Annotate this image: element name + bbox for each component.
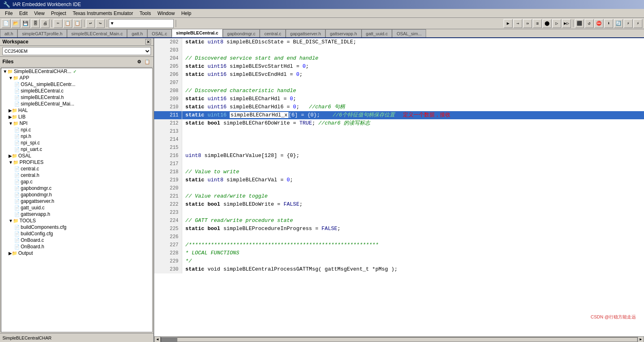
tree-item[interactable]: 📄gattservapp.h bbox=[1, 211, 152, 217]
menu-item-tools[interactable]: Tools bbox=[136, 10, 154, 17]
code-line[interactable]: 208// Discovered characteristic handle bbox=[154, 87, 644, 95]
code-line[interactable]: 229*/ bbox=[154, 257, 644, 265]
tree-item[interactable]: ▼📁PROFILES bbox=[1, 159, 152, 166]
config-dropdown[interactable]: ▼ bbox=[109, 19, 174, 28]
restart-btn[interactable]: ↺ bbox=[585, 19, 594, 28]
tree-item[interactable]: 📄npi_spi.c bbox=[1, 140, 152, 146]
code-line[interactable]: 230static void simpleBLECentralProcessGA… bbox=[154, 265, 644, 273]
copy-btn[interactable]: 📋 bbox=[63, 19, 72, 28]
code-line[interactable]: 210static uint16 simpleBLECharHdl6 = 0; … bbox=[154, 103, 644, 111]
scroll-right-btn[interactable]: ▶ bbox=[638, 336, 644, 342]
sim2-btn[interactable]: ⚡ bbox=[633, 19, 642, 28]
workspace-select[interactable]: CC2540EM bbox=[2, 47, 151, 55]
step3-btn[interactable]: ⇉ bbox=[533, 19, 542, 28]
menu-item-help[interactable]: Help bbox=[178, 10, 195, 17]
tree-item[interactable]: 📄gatt_uuid.c bbox=[1, 204, 152, 211]
code-line[interactable]: 224// GATT read/write procedure state bbox=[154, 217, 644, 225]
undo-btn[interactable]: ↩ bbox=[86, 19, 95, 28]
run2-btn[interactable]: ▶▷ bbox=[562, 19, 571, 28]
save-all-btn[interactable]: 🗄 bbox=[31, 19, 40, 28]
step-btn[interactable]: ⇒ bbox=[513, 19, 522, 28]
tree-item[interactable]: ▼📁NPI bbox=[1, 120, 152, 127]
save-btn[interactable]: 💾 bbox=[21, 19, 30, 28]
brk-btn[interactable]: ⛔ bbox=[594, 19, 603, 28]
file-tab-OSAL_sim---[interactable]: OSAL_sim... bbox=[392, 29, 426, 37]
file-tab-central-c[interactable]: central.c bbox=[260, 29, 286, 37]
file-tab-gatt_uuid-c[interactable]: gatt_uuid.c bbox=[362, 29, 392, 37]
horizontal-scrollbar[interactable]: ◀ ▶ bbox=[154, 336, 644, 342]
stop-btn[interactable]: ⬛ bbox=[575, 19, 584, 28]
code-line[interactable]: 214 bbox=[154, 136, 644, 144]
tree-item[interactable]: 📄simpleBLECentral_Mai... bbox=[1, 101, 152, 107]
tree-item[interactable]: 📄npi.c bbox=[1, 127, 152, 133]
file-tab-simpleBLECentral_Main-c[interactable]: simpleBLECentral_Main.c bbox=[67, 29, 127, 37]
menu-item-project[interactable]: Project bbox=[48, 10, 69, 17]
code-line[interactable]: 220 bbox=[154, 184, 644, 192]
redo-btn[interactable]: ↪ bbox=[96, 19, 105, 28]
tree-item[interactable]: 📄gapgattserver.h bbox=[1, 198, 152, 204]
code-line[interactable]: 217 bbox=[154, 160, 644, 168]
code-line[interactable]: 227/************************************… bbox=[154, 241, 644, 249]
tree-item[interactable]: ▶📁LIB bbox=[1, 114, 152, 120]
tree-item[interactable]: 📄npi.h bbox=[1, 133, 152, 140]
code-line[interactable]: 204// Discovered service start and end h… bbox=[154, 54, 644, 62]
files-icon-sort[interactable]: ⚙ bbox=[136, 58, 143, 65]
file-tab-gapbondmgr-c[interactable]: gapbondmgr.c bbox=[223, 29, 260, 37]
code-line[interactable]: 203 bbox=[154, 46, 644, 54]
paste-btn[interactable]: 📋 bbox=[73, 19, 82, 28]
files-icon-new[interactable]: 📋 bbox=[144, 58, 151, 65]
code-line[interactable]: 218// Value to write bbox=[154, 168, 644, 176]
file-tab-gapgattserver-h[interactable]: gapgattserver.h bbox=[286, 29, 325, 37]
tree-item[interactable]: ▼📁APP bbox=[1, 75, 152, 81]
menu-item-view[interactable]: View bbox=[31, 10, 48, 17]
tree-item[interactable]: ▶📁HAL bbox=[1, 107, 152, 114]
go-btn[interactable]: ▶ bbox=[504, 19, 513, 28]
dbg-btn[interactable]: ⬤ bbox=[543, 19, 551, 28]
sim-btn[interactable]: ⚡ bbox=[624, 19, 633, 28]
tree-item[interactable]: ▼📁SimpleBLECentralCHAR... ✓ bbox=[1, 68, 152, 75]
code-line[interactable]: 202static uint8 simpleBLEDiscState = BLE… bbox=[154, 38, 644, 46]
code-line[interactable]: 215 bbox=[154, 144, 644, 152]
tree-item[interactable]: 📄simpleBLECentral.c bbox=[1, 88, 152, 94]
code-line[interactable]: 222static bool simpleBLEDoWrite = FALSE; bbox=[154, 200, 644, 209]
run-btn[interactable]: ▷ bbox=[552, 19, 561, 28]
file-tab-simpleBLECentral-c[interactable]: simpleBLECentral.c bbox=[172, 29, 223, 37]
new-file-btn[interactable]: 📄 bbox=[2, 19, 11, 28]
file-tab-simpleGATTprofile-h[interactable]: simpleGATTprofile.h bbox=[17, 29, 67, 37]
cut-btn[interactable]: ✂ bbox=[54, 19, 62, 28]
code-line[interactable]: 228* LOCAL FUNCTIONS bbox=[154, 249, 644, 257]
code-line[interactable]: 206static uint16 simpleBLESvcEndHdl = 0; bbox=[154, 71, 644, 79]
tree-item[interactable]: 📄simpleBLECentral.h bbox=[1, 94, 152, 101]
h-track[interactable] bbox=[161, 337, 638, 342]
tree-item[interactable]: 📄OSAL_simpleBLECentr... bbox=[1, 81, 152, 88]
tree-item[interactable]: 📄buildComponents.cfg bbox=[1, 224, 152, 230]
code-editor[interactable]: 202static uint8 simpleBLEDiscState = BLE… bbox=[154, 38, 644, 336]
print-btn[interactable]: 🖨 bbox=[41, 19, 50, 28]
scroll-left-btn[interactable]: ◀ bbox=[154, 336, 161, 342]
file-tab-OSAL-c[interactable]: OSAL.c bbox=[147, 29, 172, 37]
file-tab-att-h[interactable]: att.h bbox=[0, 29, 17, 37]
menu-item-texas-instruments-emulator[interactable]: Texas Instruments Emulator bbox=[69, 10, 136, 17]
menu-item-file[interactable]: File bbox=[2, 10, 16, 17]
file-tab-gattservapp-h[interactable]: gattservapp.h bbox=[325, 29, 362, 37]
tree-item[interactable]: 📄gapbondmgr.c bbox=[1, 185, 152, 191]
code-line[interactable]: 209static uint16 simpleBLECharHdl = 0; bbox=[154, 95, 644, 103]
tree-item[interactable]: 📄gap.c bbox=[1, 179, 152, 185]
dl-btn[interactable]: ⬇ bbox=[604, 19, 613, 28]
file-tab-gatt-h[interactable]: gatt.h bbox=[127, 29, 147, 37]
menu-item-window[interactable]: Window bbox=[154, 10, 178, 17]
open-file-btn[interactable]: 📂 bbox=[11, 19, 20, 28]
code-line[interactable]: 205static uint16 simpleBLESvcStartHdl = … bbox=[154, 62, 644, 71]
tree-item[interactable]: 📄central.c bbox=[1, 166, 152, 172]
tree-item[interactable]: 📄OnBoard.c bbox=[1, 237, 152, 243]
menu-item-edit[interactable]: Edit bbox=[16, 10, 31, 17]
tree-item[interactable]: ▼📁TOOLS bbox=[1, 217, 152, 224]
tree-item[interactable]: 📄buildConfig.cfg bbox=[1, 230, 152, 237]
code-line[interactable]: 207 bbox=[154, 79, 644, 87]
code-line[interactable]: 225static bool simpleBLEProcedureInProgr… bbox=[154, 225, 644, 233]
tree-item[interactable]: 📄npi_uart.c bbox=[1, 146, 152, 153]
code-line[interactable]: 226 bbox=[154, 233, 644, 241]
tree-item[interactable]: ▶📁OSAL bbox=[1, 153, 152, 159]
code-line[interactable]: 211static uint16 simpleBLECharHdl_x[6] =… bbox=[154, 111, 644, 119]
code-line[interactable]: 216uint8 simpleBLECharValue[128] = {0}; bbox=[154, 152, 644, 160]
